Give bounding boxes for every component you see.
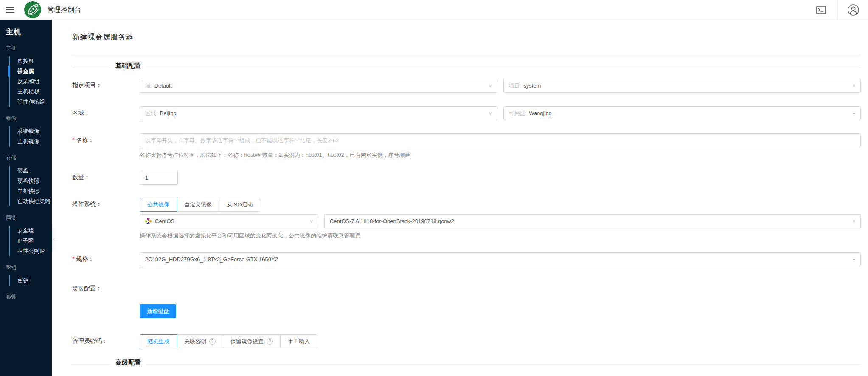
tab-keep-image-settings[interactable]: 保留镜像设置 ? — [223, 334, 281, 348]
chevron-down-icon: ∨ — [852, 111, 856, 116]
add-disk-button[interactable]: 新增磁盘 — [140, 304, 176, 318]
required-asterisk: * — [72, 255, 74, 262]
user-menu-button[interactable] — [848, 4, 859, 16]
sidebar-item-host-snapshots[interactable]: 主机快照 — [10, 186, 52, 196]
os-help-text: 操作系统会根据选择的虚拟化平台和可用区域的变化而变化，公共镜像的维护请联系管理员 — [140, 232, 861, 240]
add-disk-row: 新增磁盘 — [72, 304, 861, 318]
sidebar-group-storage: 存储 — [0, 154, 52, 161]
sidebar-title: 主机 — [0, 20, 52, 37]
help-icon[interactable]: ? — [209, 338, 216, 345]
divider — [72, 364, 110, 365]
web-terminal-button[interactable] — [816, 6, 826, 14]
image-source-tabs: 公共镜像 自定义镜像 从ISO启动 — [140, 198, 260, 212]
sidebar-item-anti-affinity-groups[interactable]: 反亲和组 — [10, 76, 52, 87]
required-asterisk: * — [72, 136, 74, 143]
chevron-down-icon: ∨ — [852, 219, 856, 223]
project-row: 指定项目： 域: Default ∨ 项目: system ∨ — [72, 79, 861, 93]
terminal-icon — [816, 6, 826, 14]
sidebar-item-security-groups[interactable]: 安全组 — [10, 226, 52, 236]
sidebar-item-disks[interactable]: 硬盘 — [10, 166, 52, 176]
sidebar-item-elastic-public-ip[interactable]: 弹性公网IP — [10, 246, 52, 256]
sidebar-item-host-templates[interactable]: 主机模板 — [10, 87, 52, 97]
name-row: *名称： 名称支持序号占位符'#'，用法如下：名称：host## 数量：2,实例… — [72, 133, 861, 159]
project-label: 指定项目： — [72, 79, 140, 89]
sidebar-item-auto-scaling-groups[interactable]: 弹性伸缩组 — [10, 97, 52, 107]
flavor-row: *规格： 2C192G_HDD279Gx6_1.8Tx2_GeForce GTX… — [72, 252, 861, 266]
user-avatar-icon — [848, 4, 859, 16]
tab-manual-input[interactable]: 手工输入 — [280, 334, 317, 348]
sidebar-item-keypairs[interactable]: 密钥 — [10, 275, 52, 286]
hamburger-menu-icon[interactable] — [6, 5, 14, 14]
tab-associate-keypair[interactable]: 关联密钥 ? — [177, 334, 223, 348]
disk-config-label: 硬盘配置： — [72, 282, 140, 292]
tab-boot-from-iso[interactable]: 从ISO启动 — [219, 198, 260, 212]
region-label: 区域： — [72, 106, 140, 117]
basic-config-section-header: 基础配置 — [72, 62, 861, 70]
sidebar-item-auto-snapshot-policy[interactable]: 自动快照策略 — [10, 196, 52, 206]
chevron-down-icon: ∨ — [309, 219, 314, 223]
tab-public-image[interactable]: 公共镜像 — [140, 198, 177, 212]
sidebar: 主机 主机 虚拟机 裸金属 反亲和组 主机模板 弹性伸缩组 镜像 系统镜像 主机… — [0, 20, 52, 376]
topbar: 管理控制台 — [0, 0, 868, 20]
region-select[interactable]: 区域: Beijing ∨ — [140, 106, 497, 120]
os-label: 操作系统： — [72, 198, 140, 208]
centos-logo-icon — [145, 218, 152, 224]
sidebar-group-images: 镜像 — [0, 115, 52, 122]
chevron-down-icon: ∨ — [852, 257, 856, 262]
divider — [146, 364, 861, 365]
topbar-divider — [837, 0, 838, 20]
count-label: 数量： — [72, 171, 140, 181]
sidebar-group-network: 网络 — [0, 214, 52, 221]
disk-config-row: 硬盘配置： — [72, 282, 861, 292]
divider — [146, 68, 861, 68]
name-help-text: 名称支持序号占位符'#'，用法如下：名称：host## 数量：2,实例为：hos… — [140, 151, 861, 159]
admin-password-row: 管理员密码： 随机生成 关联密钥 ? 保留镜像设置 ? 手工输入 — [72, 334, 861, 348]
main-content: ‹ 新建裸金属服务器 基础配置 指定项目： 域: Default ∨ 项目: s… — [52, 20, 868, 376]
chevron-left-icon: ‹ — [53, 236, 55, 242]
advanced-config-section-header: 高级配置 — [72, 359, 861, 366]
os-row: 操作系统： 公共镜像 自定义镜像 从ISO启动 — [72, 198, 861, 240]
server-count-input[interactable] — [140, 171, 178, 185]
advanced-config-section-title: 高级配置 — [115, 359, 141, 366]
divider — [72, 68, 110, 68]
sidebar-group-plans: 套餐 — [0, 293, 52, 300]
sidebar-item-host-images[interactable]: 主机镜像 — [10, 136, 52, 147]
flavor-label: *规格： — [72, 252, 140, 263]
basic-config-section-title: 基础配置 — [115, 62, 141, 70]
sidebar-item-ip-subnets[interactable]: IP子网 — [10, 236, 52, 246]
sidebar-item-disk-snapshots[interactable]: 硬盘快照 — [10, 176, 52, 186]
page-title: 新建裸金属服务器 — [72, 32, 861, 42]
os-distro-select[interactable]: CentOS ∨ — [140, 214, 318, 228]
os-image-select[interactable]: CentOS-7.6.1810-for-OpenStack-20190719.q… — [324, 214, 861, 228]
help-icon[interactable]: ? — [267, 338, 273, 345]
project-select[interactable]: 项目: system ∨ — [503, 79, 861, 93]
flavor-select[interactable]: 2C192G_HDD279Gx6_1.8Tx2_GeForce GTX 1650… — [140, 252, 861, 266]
sidebar-item-bare-metal[interactable]: 裸金属 — [10, 66, 52, 76]
chevron-down-icon: ∨ — [488, 83, 492, 88]
tab-custom-image[interactable]: 自定义镜像 — [177, 198, 219, 212]
server-name-input[interactable] — [140, 133, 861, 147]
sidebar-item-system-images[interactable]: 系统镜像 — [10, 126, 52, 136]
region-row: 区域： 区域: Beijing ∨ 可用区: Wangjing ∨ — [72, 106, 861, 120]
admin-password-label: 管理员密码： — [72, 334, 140, 345]
chevron-down-icon: ∨ — [488, 111, 492, 116]
sidebar-group-hosts: 主机 — [0, 45, 52, 52]
sidebar-collapse-handle[interactable]: ‹ — [52, 227, 56, 251]
sidebar-item-virtual-machines[interactable]: 虚拟机 — [10, 56, 52, 66]
name-label: *名称： — [72, 133, 140, 144]
count-row: 数量： — [72, 171, 861, 185]
availability-zone-select[interactable]: 可用区: Wangjing ∨ — [503, 106, 861, 120]
brand-logo — [24, 1, 41, 18]
password-mode-tabs: 随机生成 关联密钥 ? 保留镜像设置 ? 手工输入 — [140, 334, 317, 348]
chevron-down-icon: ∨ — [852, 83, 856, 88]
tab-random-generate[interactable]: 随机生成 — [140, 334, 177, 348]
domain-select[interactable]: 域: Default ∨ — [140, 79, 497, 93]
title-divider — [72, 55, 861, 55]
app-title: 管理控制台 — [47, 6, 81, 14]
sidebar-group-keys: 密钥 — [0, 264, 52, 271]
